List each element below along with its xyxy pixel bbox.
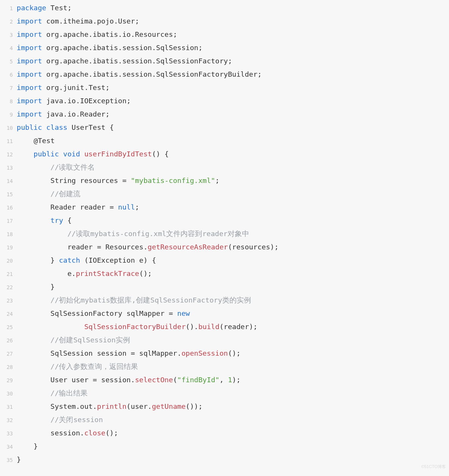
token-plain: . [84, 84, 88, 91]
code-line: 26 //创建SqlSession实例 [0, 334, 449, 347]
token-plain: . [88, 57, 93, 65]
token-method: getResourceAsReader [148, 243, 228, 251]
line-number: 29 [0, 374, 17, 387]
token-plain: { [63, 216, 72, 224]
token-type: java [42, 110, 63, 118]
token-type: System [50, 402, 76, 410]
token-plain [17, 203, 50, 211]
line-number: 21 [0, 268, 17, 281]
code-content: } [17, 440, 38, 453]
token-plain: . [76, 402, 80, 410]
line-number: 33 [0, 427, 17, 440]
token-method: printStackTrace [76, 270, 139, 277]
token-plain: ; [173, 30, 177, 38]
code-content: @Test [17, 134, 55, 147]
token-plain [17, 163, 50, 171]
code-content: import org.apache.ibatis.session.SqlSess… [17, 41, 203, 54]
token-plain: = [97, 243, 105, 251]
line-number: 17 [0, 214, 17, 227]
token-plain [17, 270, 68, 277]
token-type: session [122, 44, 152, 52]
code-content: package Test; [17, 2, 72, 14]
code-line: 15 //创建流 [0, 188, 449, 201]
code-content: System.out.println(user.getUname()); [17, 400, 203, 413]
token-plain: (). [186, 323, 198, 331]
token-plain [17, 137, 34, 145]
code-line: 4import org.apache.ibatis.session.SqlSes… [0, 41, 449, 55]
token-kw: import [17, 110, 42, 118]
token-plain: ); [232, 376, 240, 384]
code-content: //创建SqlSession实例 [17, 334, 130, 347]
token-comment: //创建SqlSession实例 [50, 336, 130, 344]
token-kw: import [17, 30, 42, 38]
code-content: //读取文件名 [17, 161, 95, 174]
token-plain: ; [127, 97, 131, 105]
line-number: 34 [0, 440, 17, 453]
code-content: SqlSessionFactoryBuilder().build(reader)… [17, 320, 257, 333]
code-content: import org.apache.ibatis.session.SqlSess… [17, 68, 262, 81]
token-plain: ; [105, 110, 110, 118]
line-number: 6 [0, 68, 17, 81]
token-plain: . [93, 17, 97, 25]
token-plain [17, 150, 34, 158]
line-number: 3 [0, 28, 17, 41]
token-type: junit [63, 84, 85, 91]
token-plain: . [59, 17, 63, 25]
token-type: org [42, 30, 59, 38]
code-content: //关闭session [17, 413, 103, 426]
token-string: "mybatis-config.xml" [131, 177, 215, 184]
code-line: 5import org.apache.ibatis.session.SqlSes… [0, 55, 449, 68]
line-number: 7 [0, 82, 17, 95]
line-number: 10 [0, 121, 17, 134]
code-line: 10public class UserTest { [0, 121, 449, 134]
token-plain: (); [105, 429, 118, 437]
token-type: com [42, 17, 59, 25]
code-line: 24 SqlSessionFactory sqlMapper = new [0, 307, 449, 320]
token-type: Test [46, 4, 68, 12]
token-plain: ( [127, 402, 131, 410]
line-number: 11 [0, 135, 17, 148]
code-line: 34 } [0, 440, 449, 453]
token-method: build [198, 323, 220, 331]
line-number: 18 [0, 228, 17, 241]
token-plain [42, 123, 46, 131]
token-type: itheima [63, 17, 93, 25]
token-kw: new [177, 309, 190, 317]
token-type: session [122, 57, 152, 65]
code-content: import org.junit.Test; [17, 81, 110, 94]
token-plain: . [177, 349, 181, 357]
code-content: } [17, 281, 55, 293]
code-content: //传入参数查询，返回结果 [17, 360, 138, 373]
code-content: session.close(); [17, 427, 118, 440]
token-type: Reader reader [50, 203, 110, 211]
code-line: 23 //初始化mybatis数据库,创建SqlSessionFactory类的… [0, 294, 449, 307]
token-plain [17, 402, 50, 410]
code-line: 8import java.io.IOException; [0, 95, 449, 108]
token-method: close [84, 429, 105, 437]
token-plain [17, 309, 50, 317]
token-type: ibatis [93, 30, 118, 38]
code-content: reader = Resources.getResourceAsReader(r… [17, 241, 279, 254]
line-number: 15 [0, 188, 17, 201]
token-string: "findById" [177, 376, 219, 384]
code-content: try { [17, 214, 72, 227]
token-plain: . [59, 70, 63, 78]
token-type: apache [63, 44, 89, 52]
token-plain: . [148, 402, 152, 410]
token-plain [17, 296, 50, 304]
token-plain: } [17, 283, 55, 291]
token-plain: . [76, 97, 80, 105]
token-type: Resources [105, 243, 143, 251]
token-kw: try [50, 216, 63, 224]
token-plain: = [131, 349, 139, 357]
line-number: 22 [0, 281, 17, 294]
token-plain: ; [215, 177, 220, 184]
token-type: session [101, 376, 131, 384]
code-line: 28 //传入参数查询，返回结果 [0, 360, 449, 374]
token-plain: . [76, 110, 80, 118]
token-kw: import [17, 84, 42, 91]
token-kw: import [17, 57, 42, 65]
code-line: 9import java.io.Reader; [0, 108, 449, 121]
token-plain: = [110, 203, 118, 211]
token-kw: class [46, 123, 68, 131]
